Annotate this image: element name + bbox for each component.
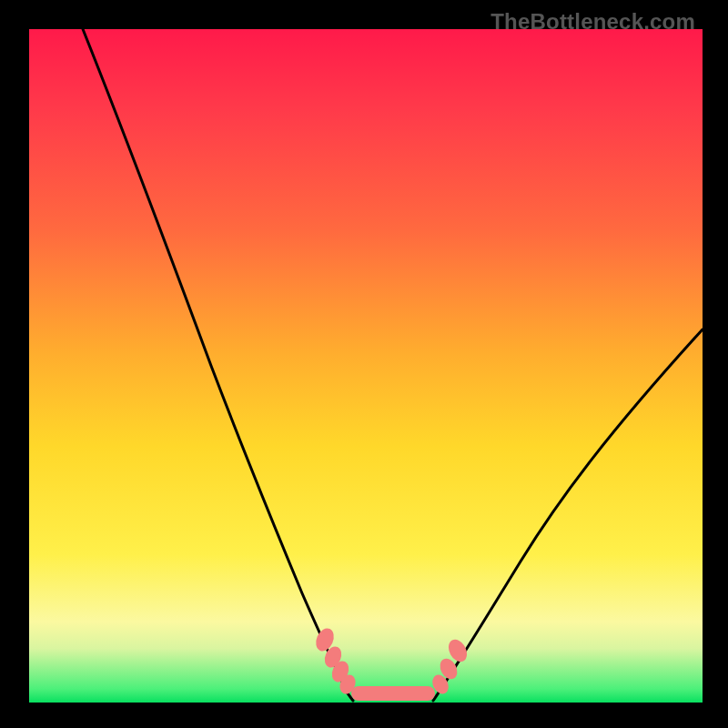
right-curve — [433, 329, 703, 701]
marker-bottom-bar — [351, 686, 435, 701]
plot-area — [29, 29, 703, 703]
left-curve — [83, 29, 353, 701]
curve-layer — [29, 29, 703, 703]
watermark-text: TheBottleneck.com — [490, 9, 695, 35]
chart-frame: TheBottleneck.com — [0, 0, 728, 728]
